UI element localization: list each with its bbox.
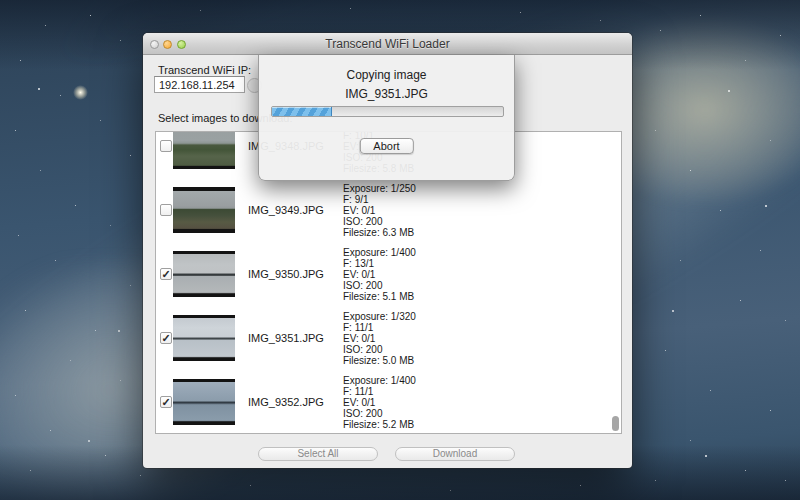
exif-iso: ISO: 200 bbox=[343, 408, 416, 419]
image-filename: IMG_9350.JPG bbox=[248, 268, 343, 280]
list-item[interactable]: ✓ IMG_9350.JPG Exposure: 1/400 F: 13/1 E… bbox=[156, 242, 621, 306]
exif-filesize: Filesize: 5.0 MB bbox=[343, 355, 416, 366]
exif-ev: EV: 0/1 bbox=[343, 397, 416, 408]
image-thumbnail bbox=[173, 379, 235, 425]
exif-f: F: 13/1 bbox=[343, 258, 416, 269]
exif-f: F: 11/1 bbox=[343, 322, 416, 333]
exif-iso: ISO: 200 bbox=[343, 216, 416, 227]
scrollbar-thumb[interactable] bbox=[612, 416, 619, 431]
progress-bar-fill bbox=[272, 107, 332, 116]
window-title: Transcend WiFi Loader bbox=[143, 37, 632, 51]
exif-f: F: 9/1 bbox=[343, 194, 416, 205]
checkbox[interactable]: ✓ bbox=[160, 332, 172, 344]
checkbox[interactable] bbox=[160, 140, 172, 152]
exif-ev: EV: 0/1 bbox=[343, 333, 416, 344]
exif-exposure: Exposure: 1/320 bbox=[343, 311, 416, 322]
exif-info: Exposure: 1/400 F: 11/1 EV: 0/1 ISO: 200… bbox=[343, 375, 416, 430]
exif-exposure: Exposure: 1/400 bbox=[343, 247, 416, 258]
app-window: Transcend WiFi Loader Transcend WiFi IP:… bbox=[143, 33, 632, 468]
bright-star bbox=[73, 85, 88, 100]
exif-exposure: Exposure: 1/400 bbox=[343, 375, 416, 386]
exif-filesize: Filesize: 5.1 MB bbox=[343, 291, 416, 302]
list-item[interactable]: ✓ IMG_9352.JPG Exposure: 1/400 F: 11/1 E… bbox=[156, 370, 621, 434]
image-filename: IMG_9351.JPG bbox=[248, 332, 343, 344]
image-thumbnail bbox=[173, 131, 235, 169]
exif-info: Exposure: 1/400 F: 13/1 EV: 0/1 ISO: 200… bbox=[343, 247, 416, 302]
exif-filesize: Filesize: 6.3 MB bbox=[343, 227, 416, 238]
image-thumbnail bbox=[173, 187, 235, 233]
exif-info: Exposure: 1/320 F: 11/1 EV: 0/1 ISO: 200… bbox=[343, 311, 416, 366]
dialog-filename: IMG_9351.JPG bbox=[259, 87, 514, 101]
exif-ev: EV: 0/1 bbox=[343, 205, 416, 216]
ip-input[interactable] bbox=[154, 76, 245, 93]
image-thumbnail bbox=[173, 315, 235, 361]
progress-bar bbox=[271, 106, 504, 117]
checkbox[interactable]: ✓ bbox=[160, 396, 172, 408]
star-field-big bbox=[0, 0, 2, 2]
ip-field-label: Transcend WiFi IP: bbox=[158, 64, 251, 76]
image-filename: IMG_9352.JPG bbox=[248, 396, 343, 408]
exif-info: Exposure: 1/250 F: 9/1 EV: 0/1 ISO: 200 … bbox=[343, 183, 416, 238]
abort-button[interactable]: Abort bbox=[359, 138, 413, 154]
exif-iso: ISO: 200 bbox=[343, 280, 416, 291]
exif-ev: EV: 0/1 bbox=[343, 269, 416, 280]
exif-filesize: Filesize: 5.2 MB bbox=[343, 419, 416, 430]
list-item[interactable]: ✓ IMG_9351.JPG Exposure: 1/320 F: 11/1 E… bbox=[156, 306, 621, 370]
title-bar[interactable]: Transcend WiFi Loader bbox=[143, 33, 632, 55]
download-button[interactable]: Download bbox=[395, 447, 515, 461]
list-item[interactable]: IMG_9349.JPG Exposure: 1/250 F: 9/1 EV: … bbox=[156, 178, 621, 242]
image-filename: IMG_9349.JPG bbox=[248, 204, 343, 216]
exif-exposure: Exposure: 1/250 bbox=[343, 183, 416, 194]
checkbox[interactable]: ✓ bbox=[160, 268, 172, 280]
copy-progress-dialog: Copying image IMG_9351.JPG Abort bbox=[258, 55, 515, 181]
exif-f: F: 11/1 bbox=[343, 386, 416, 397]
select-all-button[interactable]: Select All bbox=[258, 447, 378, 461]
exif-iso: ISO: 200 bbox=[343, 344, 416, 355]
dialog-title: Copying image bbox=[259, 68, 514, 82]
image-thumbnail bbox=[173, 251, 235, 297]
checkbox[interactable] bbox=[160, 204, 172, 216]
